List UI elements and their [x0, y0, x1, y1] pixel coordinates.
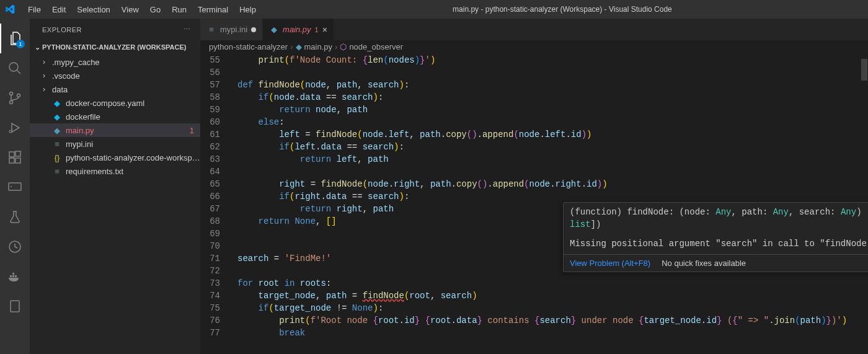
- tree-label: .mypy_cache: [52, 58, 200, 67]
- svg-rect-13: [10, 275, 12, 277]
- sidebar-more-icon[interactable]: ⋯: [184, 25, 191, 33]
- chevron-right-icon: ›: [40, 85, 48, 94]
- hover-error: Missing positional argument "search" in …: [564, 234, 868, 254]
- svg-rect-17: [11, 301, 19, 312]
- ini-file-icon: ≡: [52, 139, 62, 149]
- explorer-section-header[interactable]: ⌄ PYTHON-STATIC-ANALYZER (WORKSPACE): [30, 40, 200, 54]
- tree-item[interactable]: ◆docker-compose.yaml: [30, 96, 200, 110]
- hover-tooltip: (function) findNode: (node: Any, path: A…: [563, 202, 868, 272]
- line-gutter: 5556575859606162636465666768697071727374…: [200, 54, 231, 354]
- error-badge: 1: [190, 126, 200, 135]
- menu-file[interactable]: File: [22, 2, 46, 17]
- tree-item[interactable]: ›data: [30, 82, 200, 96]
- activity-testing[interactable]: [0, 202, 30, 232]
- python-icon: ◆: [296, 42, 302, 51]
- tree-item[interactable]: ≡mypi.ini: [30, 137, 200, 151]
- breadcrumb-item[interactable]: ◆main.py: [296, 42, 333, 51]
- svg-point-0: [9, 63, 18, 71]
- debug-icon: [7, 120, 22, 135]
- svg-rect-14: [12, 275, 14, 277]
- svg-rect-7: [9, 158, 14, 163]
- scrollbar-thumb[interactable]: [861, 59, 867, 81]
- tree-item[interactable]: {}python-static-analyzer.code-workspa...: [30, 151, 200, 164]
- beaker-icon: [7, 210, 22, 224]
- chevron-down-icon: ⌄: [32, 43, 42, 51]
- view-problem-link[interactable]: View Problem (Alt+F8): [570, 259, 650, 268]
- menu-bar: FileEditSelectionViewGoRunTerminalHelp: [22, 2, 262, 17]
- activity-search[interactable]: [0, 53, 30, 83]
- svg-line-1: [17, 70, 20, 74]
- editor-tab[interactable]: ◆main.py1×: [263, 19, 334, 40]
- svg-rect-15: [15, 275, 17, 277]
- txt-file-icon: ≡: [52, 167, 62, 176]
- svg-point-11: [11, 186, 12, 187]
- hover-error-msg: Missing positional argument "search" in …: [570, 239, 868, 249]
- docker-file-icon: ◆: [52, 112, 62, 122]
- menu-view[interactable]: View: [116, 2, 144, 17]
- menu-run[interactable]: Run: [166, 2, 192, 17]
- svg-rect-6: [9, 152, 14, 157]
- activity-remote[interactable]: [0, 172, 30, 202]
- breadcrumb-separator-icon: ›: [290, 42, 293, 51]
- tree-label: python-static-analyzer.code-workspa...: [66, 153, 200, 162]
- sidebar: EXPLORER ⋯ ⌄ PYTHON-STATIC-ANALYZER (WOR…: [30, 19, 200, 354]
- json-file-icon: {}: [52, 153, 62, 162]
- tree-label: main.py: [66, 126, 186, 135]
- menu-selection[interactable]: Selection: [71, 2, 115, 17]
- breadcrumb-label: node_observer: [349, 42, 403, 51]
- tree-label: requirements.txt: [66, 167, 200, 176]
- activity-docker[interactable]: [0, 262, 30, 291]
- tree-label: data: [52, 85, 200, 94]
- activity-explorer[interactable]: 1: [0, 24, 30, 53]
- menu-terminal[interactable]: Terminal: [192, 2, 234, 17]
- close-icon[interactable]: ×: [322, 25, 327, 35]
- breadcrumb-item[interactable]: ⬡node_observer: [340, 42, 403, 51]
- extensions-icon: [7, 150, 22, 165]
- menu-go[interactable]: Go: [144, 2, 166, 17]
- tree-label: dockerfile: [66, 112, 200, 122]
- docker-icon: [7, 269, 22, 284]
- no-fixes-text: No quick fixes available: [662, 259, 746, 268]
- git-branch-icon: [7, 91, 22, 105]
- activity-file[interactable]: [0, 291, 30, 321]
- tree-item[interactable]: ◆main.py1: [30, 123, 200, 137]
- activity-bar: 1: [0, 19, 30, 354]
- tree-label: .vscode: [52, 71, 200, 81]
- breadcrumbs: python-static-analyzer›◆main.py›⬡node_ob…: [200, 40, 868, 54]
- ini-file-icon: ≡: [206, 25, 216, 34]
- titlebar: FileEditSelectionViewGoRunTerminalHelp m…: [0, 0, 868, 19]
- breadcrumb-label: python-static-analyzer: [209, 42, 288, 51]
- tree-label: mypi.ini: [66, 139, 200, 149]
- activity-extensions[interactable]: [0, 143, 30, 172]
- menu-edit[interactable]: Edit: [46, 2, 71, 17]
- tree-label: docker-compose.yaml: [66, 99, 200, 108]
- window-title: main.py - python-static-analyzer (Worksp…: [262, 5, 863, 14]
- sidebar-header: EXPLORER ⋯: [30, 19, 200, 40]
- breadcrumb-separator-icon: ›: [335, 42, 337, 51]
- svg-point-2: [10, 92, 13, 95]
- tree-item[interactable]: ◆dockerfile: [30, 110, 200, 123]
- section-title: PYTHON-STATIC-ANALYZER (WORKSPACE): [42, 43, 186, 51]
- svg-rect-16: [12, 273, 14, 275]
- tree-item[interactable]: ›.mypy_cache: [30, 55, 200, 69]
- tree-item[interactable]: ≡requirements.txt: [30, 164, 200, 178]
- breadcrumb-item[interactable]: python-static-analyzer: [209, 42, 288, 51]
- svg-rect-9: [16, 151, 20, 156]
- editor-tab[interactable]: ≡mypi.ini: [200, 19, 263, 40]
- file-icon: [7, 299, 22, 314]
- menu-help[interactable]: Help: [234, 2, 262, 17]
- activity-run-debug[interactable]: [0, 113, 30, 143]
- editor-area: ≡mypi.ini◆main.py1× python-static-analyz…: [200, 19, 868, 354]
- svg-rect-8: [16, 158, 20, 163]
- tree-item[interactable]: ›.vscode: [30, 69, 200, 82]
- hover-signature: (function) findNode: (node: Any, path: A…: [564, 203, 868, 234]
- file-tree: ›.mypy_cache›.vscode›data◆docker-compose…: [30, 54, 200, 179]
- py-file-icon: ◆: [52, 126, 62, 135]
- activity-timeline[interactable]: [0, 232, 30, 262]
- vscode-logo-icon: [5, 4, 15, 14]
- breadcrumb-label: main.py: [304, 42, 333, 51]
- svg-point-3: [10, 101, 13, 104]
- activity-source-control[interactable]: [0, 83, 30, 113]
- dirty-indicator-icon: [251, 27, 256, 32]
- search-icon: [7, 61, 22, 76]
